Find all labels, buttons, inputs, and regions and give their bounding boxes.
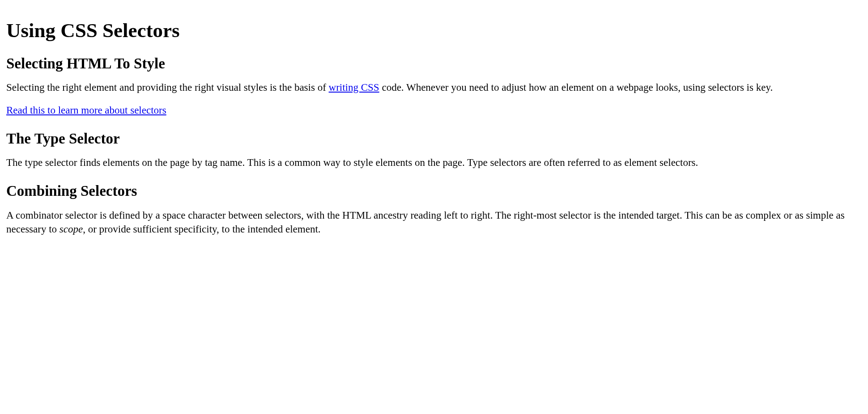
section-heading-type-selector: The Type Selector	[6, 131, 862, 147]
section-heading-selecting-html: Selecting HTML To Style	[6, 55, 862, 72]
section-heading-combining-selectors: Combining Selectors	[6, 183, 862, 199]
combining-selectors-paragraph: A combinator selector is defined by a sp…	[6, 208, 862, 236]
combining-text-part2: , or provide sufficient specificity, to …	[83, 224, 320, 235]
intro-text-part2: code. Whenever you need to adjust how an…	[379, 82, 773, 93]
scope-emphasis: scope	[60, 224, 83, 235]
writing-css-link[interactable]: writing CSS	[329, 82, 379, 93]
intro-text-part1: Selecting the right element and providin…	[6, 82, 329, 93]
page-title: Using CSS Selectors	[6, 20, 862, 42]
learn-more-paragraph: Read this to learn more about selectors	[6, 103, 862, 117]
learn-more-link[interactable]: Read this to learn more about selectors	[6, 105, 166, 116]
intro-paragraph: Selecting the right element and providin…	[6, 80, 862, 94]
type-selector-paragraph: The type selector finds elements on the …	[6, 156, 862, 169]
